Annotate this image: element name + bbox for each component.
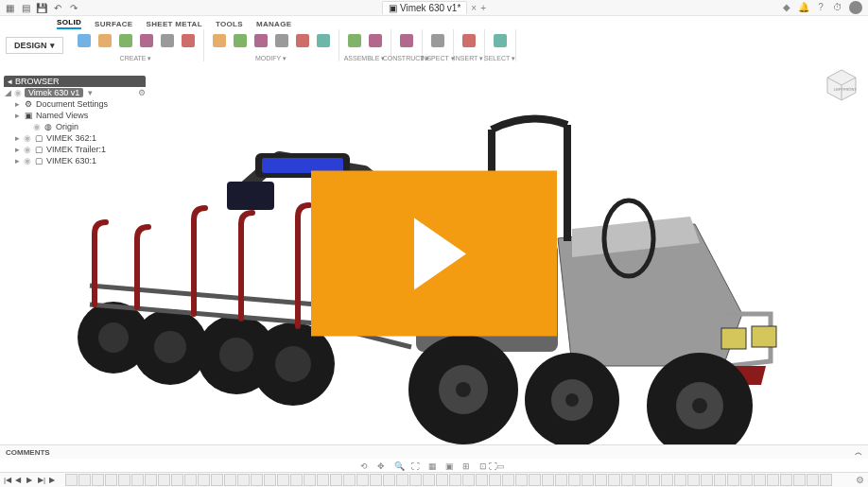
timeline-feature[interactable] [237, 474, 250, 486]
comments-bar[interactable]: COMMENTS ︿ [0, 444, 868, 459]
timeline-control[interactable]: ▶ [49, 476, 59, 485]
file-icon[interactable]: ▤ [19, 1, 32, 14]
app-icon[interactable]: ▦ [3, 1, 16, 14]
timeline-feature[interactable] [317, 474, 329, 486]
timeline-feature[interactable] [462, 474, 475, 486]
timeline-feature[interactable] [171, 474, 183, 486]
tool-button[interactable] [75, 30, 94, 51]
timeline-feature[interactable] [608, 474, 620, 486]
browser-item[interactable]: ▸◉▢VIMEK 630:1 [4, 155, 146, 166]
timeline-feature[interactable] [423, 474, 435, 486]
timeline-settings-icon[interactable]: ⚙ [856, 475, 864, 485]
timeline-feature[interactable] [674, 474, 686, 486]
tool-button[interactable] [293, 30, 312, 51]
timeline-feature[interactable] [436, 474, 448, 486]
timeline-feature[interactable] [145, 474, 157, 486]
ribbon-tab-surface[interactable]: SURFACE [95, 20, 132, 29]
timeline-feature[interactable] [767, 474, 779, 486]
timeline-feature[interactable] [542, 474, 554, 486]
visibility-icon[interactable]: ◉ [33, 122, 41, 131]
timeline-control[interactable]: ▶ [26, 476, 36, 485]
timeline-feature[interactable] [529, 474, 541, 486]
timeline-feature[interactable] [502, 474, 514, 486]
timeline-feature[interactable] [634, 474, 647, 486]
timeline-feature[interactable] [211, 474, 223, 486]
timeline-control[interactable]: ◀ [15, 476, 25, 485]
timeline-feature[interactable] [515, 474, 528, 486]
timeline-feature[interactable] [780, 474, 792, 486]
tool-button[interactable] [95, 30, 114, 51]
workspace-switcher[interactable]: DESIGN ▾ [6, 37, 63, 54]
browser-item[interactable]: ◉◍Origin [4, 121, 146, 132]
timeline-feature[interactable] [740, 474, 753, 486]
notifications-icon[interactable]: 🔔 [798, 1, 809, 12]
visibility-icon[interactable]: ◉ [14, 88, 22, 97]
timeline-feature[interactable] [251, 474, 263, 486]
browser-header[interactable]: ◂ BROWSER [4, 76, 146, 87]
timeline-feature[interactable] [105, 474, 117, 486]
timeline-control[interactable]: ▶| [38, 476, 47, 485]
timeline-feature[interactable] [555, 474, 567, 486]
timeline-feature[interactable] [396, 474, 408, 486]
timeline-feature[interactable] [820, 474, 832, 486]
timeline-feature[interactable] [330, 474, 342, 486]
timeline-feature[interactable] [807, 474, 819, 486]
visibility-icon[interactable]: ◉ [24, 156, 31, 165]
visibility-icon[interactable]: ◉ [24, 145, 31, 154]
browser-item[interactable]: ▸⚙Document Settings [4, 98, 146, 110]
timeline-feature[interactable] [290, 474, 303, 486]
clock-icon[interactable]: ⏱ [832, 1, 843, 12]
timeline-feature[interactable] [78, 474, 91, 486]
timeline-feature[interactable] [356, 474, 369, 486]
timeline-feature[interactable] [383, 474, 395, 486]
tool-button[interactable] [314, 30, 333, 51]
timeline-feature[interactable] [661, 474, 673, 486]
close-tab-icon[interactable]: × [471, 3, 477, 13]
save-icon[interactable]: 💾 [35, 1, 48, 14]
timeline-feature[interactable] [727, 474, 739, 486]
browser-item[interactable]: ▸▣Named Views [4, 110, 146, 121]
add-tab-icon[interactable]: + [480, 3, 486, 13]
tool-button[interactable] [179, 30, 198, 51]
visibility-icon[interactable]: ◉ [24, 133, 31, 143]
timeline-feature[interactable] [92, 474, 104, 486]
timeline-feature[interactable] [277, 474, 289, 486]
timeline-control[interactable]: |◀ [4, 476, 13, 485]
timeline-feature[interactable] [409, 474, 422, 486]
timeline-feature[interactable] [793, 474, 806, 486]
timeline-feature[interactable] [489, 474, 501, 486]
timeline-feature[interactable] [131, 474, 144, 486]
ribbon-tab-manage[interactable]: MANAGE [256, 20, 291, 29]
tool-button[interactable] [397, 30, 416, 51]
tool-button[interactable] [116, 30, 135, 51]
tool-button[interactable] [210, 30, 229, 51]
timeline-feature[interactable] [476, 474, 488, 486]
timeline-feature[interactable] [304, 474, 316, 486]
tool-button[interactable] [491, 30, 510, 51]
avatar[interactable] [849, 1, 862, 14]
timeline-feature[interactable] [701, 474, 713, 486]
timeline-feature[interactable] [158, 474, 170, 486]
tool-button[interactable] [345, 30, 364, 51]
timeline-feature[interactable] [370, 474, 382, 486]
timeline-feature[interactable] [568, 474, 581, 486]
timeline-feature[interactable] [198, 474, 210, 486]
timeline-feature[interactable] [754, 474, 766, 486]
undo-icon[interactable]: ↶ [51, 1, 64, 14]
timeline-feature[interactable] [595, 474, 607, 486]
extensions-icon[interactable]: ◆ [781, 1, 792, 12]
browser-root[interactable]: ◢ ◉ Vimek 630 v1 ▾ ⚙ [4, 87, 146, 98]
viewcube[interactable]: LEFT FRONT [825, 67, 859, 101]
tool-button[interactable] [231, 30, 250, 51]
timeline-feature[interactable] [582, 474, 594, 486]
timeline-feature[interactable] [648, 474, 660, 486]
help-icon[interactable]: ? [815, 1, 826, 12]
timeline-feature[interactable] [224, 474, 236, 486]
ribbon-tab-tools[interactable]: TOOLS [216, 20, 243, 29]
timeline-feature[interactable] [118, 474, 130, 486]
timeline-feature[interactable] [184, 474, 197, 486]
tool-button[interactable] [137, 30, 156, 51]
tool-button[interactable] [158, 30, 177, 51]
tool-button[interactable] [252, 30, 270, 51]
timeline-feature[interactable] [621, 474, 634, 486]
